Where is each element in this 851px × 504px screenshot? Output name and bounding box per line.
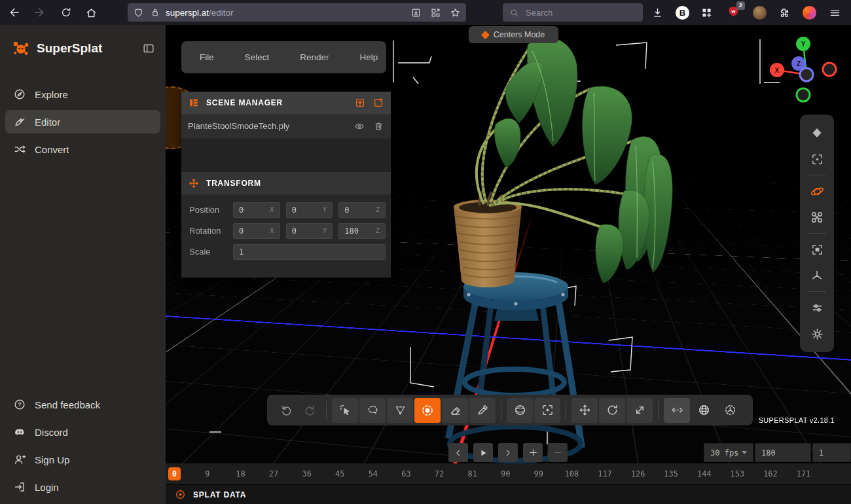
rotation-x-input[interactable]: 0X [233,223,280,239]
world-grid-button[interactable] [691,398,716,423]
save-page-icon[interactable] [410,7,422,18]
timeline-tick[interactable]: 171 [787,469,820,478]
extensions-button[interactable] [778,3,790,22]
timeline-tick[interactable]: 90 [489,469,522,478]
scene-file-row[interactable]: PlanteStoolSmodeTech.ply [181,114,391,139]
sidebar-item-discord[interactable]: Discord [5,420,160,444]
downloads-button[interactable] [651,3,664,22]
undo-button[interactable] [275,398,297,423]
play-button[interactable] [473,443,493,462]
search-bar[interactable] [503,3,643,22]
menu-select[interactable]: Select [245,52,270,62]
menu-render[interactable]: Render [300,52,329,62]
viewport-3d[interactable]: Centers Mode File Select Render Help SCE… [166,25,851,504]
menu-help[interactable]: Help [360,52,378,62]
rect-select-tool[interactable] [332,398,358,423]
bookmark-star-icon[interactable] [450,7,461,18]
search-input[interactable] [524,7,625,18]
orbit-camera-button[interactable] [804,178,830,204]
scale-input[interactable]: 1 [233,244,386,260]
timeline-tick[interactable]: 18 [224,469,257,478]
timeline-tick[interactable]: 144 [688,469,721,478]
position-x-input[interactable]: 0X [233,202,280,218]
timeline-ruler[interactable]: 0 9 18 27 36 45 54 63 72 81 90 99 108 11… [166,463,851,484]
timeline-tick[interactable]: 117 [588,469,622,478]
timeline-tick-active[interactable]: 0 [158,469,191,478]
sphere-shape-tool[interactable] [507,398,533,423]
sidebar-collapse-icon[interactable] [142,42,155,55]
extension-b-button[interactable]: B [676,3,689,22]
url-bar[interactable]: superspl.at/editor [128,3,466,22]
timeline-tick[interactable]: 126 [621,469,655,478]
sidebar-item-sign-up[interactable]: Sign Up [5,448,160,471]
centers-mode-pill[interactable]: Centers Mode [469,26,558,43]
sidebar-item-explore[interactable]: Explore [5,82,160,106]
timeline-tick[interactable]: 162 [754,469,788,478]
crop-box-button[interactable] [804,236,830,262]
timeline-tick[interactable]: 9 [191,469,225,478]
picker-tool[interactable] [469,398,496,423]
apps-add-button[interactable] [700,3,713,22]
sidebar-item-convert[interactable]: Convert [5,137,160,161]
rotation-y-input[interactable]: 0Y [286,223,333,239]
sidebar-item-send-feedback[interactable]: ? Send feedback [5,393,160,416]
profile-button[interactable] [803,3,816,22]
visibility-eye-icon[interactable] [353,120,365,132]
menu-button[interactable] [829,3,841,22]
scale-tool[interactable] [626,398,653,423]
timeline-tick[interactable]: 135 [655,469,688,478]
timeline-tick[interactable]: 36 [290,469,323,478]
timeline-tick[interactable]: 63 [389,469,423,478]
timeline-tick[interactable]: 153 [721,469,754,478]
tripod-button[interactable] [804,262,830,289]
sphere-brush-tool[interactable] [414,398,441,423]
sidebar-item-login[interactable]: Login [5,475,160,499]
sidebar-item-editor[interactable]: Editor [5,110,160,134]
lasso-select-tool[interactable] [359,398,386,423]
polygon-select-tool[interactable] [387,398,413,423]
prev-frame-button[interactable] [448,443,468,462]
timeline-tick[interactable]: 81 [456,469,489,478]
timeline-tick[interactable]: 72 [423,469,456,478]
menu-file[interactable]: File [200,52,214,62]
fps-select[interactable]: 30 fps [704,443,753,462]
total-frames-input[interactable]: 180 [755,443,811,462]
splat-mode-button[interactable] [804,120,830,146]
timeline-tick[interactable]: 54 [357,469,390,478]
rotation-z-input[interactable]: 180Z [338,223,386,239]
reload-button[interactable] [56,3,76,22]
gizmo-neg-z[interactable] [800,68,813,81]
remove-key-button[interactable] [548,443,568,462]
split-view-icon[interactable] [430,7,441,18]
rotate-tool[interactable] [599,398,625,423]
forward-button[interactable] [30,3,50,22]
home-button[interactable] [81,3,101,22]
delete-trash-icon[interactable] [373,120,384,132]
gizmo-neg-y[interactable] [797,88,810,101]
speed-input[interactable]: 1 [812,443,851,462]
view-axis-gizmo[interactable]: Z Y X [768,33,843,108]
timeline-tick[interactable]: 108 [555,469,588,478]
redo-button[interactable] [299,398,321,423]
fly-camera-button[interactable] [804,204,830,230]
add-key-button[interactable] [523,443,543,462]
coord-space-button[interactable] [664,398,690,423]
next-frame-button[interactable] [498,443,518,462]
import-file-icon[interactable] [354,97,366,109]
move-tool[interactable] [571,398,598,423]
view-settings-button[interactable] [804,295,830,321]
position-z-input[interactable]: 0Z [338,202,386,218]
adblock-extension-button[interactable]: w 2 [727,3,740,22]
avatar-extension-button[interactable] [753,3,767,22]
timeline-tick[interactable]: 99 [522,469,556,478]
gizmo-neg-x[interactable] [823,63,836,76]
box-shape-tool[interactable] [534,398,560,423]
shield-permissions-icon[interactable] [133,7,144,18]
back-button[interactable] [4,3,24,22]
new-scene-icon[interactable] [372,97,384,109]
position-y-input[interactable]: 0Y [286,202,333,218]
eraser-tool[interactable] [442,398,468,423]
settings-gear-button[interactable] [804,321,830,347]
timeline-tick[interactable]: 27 [257,469,291,478]
pivot-origin-button[interactable] [717,398,742,423]
